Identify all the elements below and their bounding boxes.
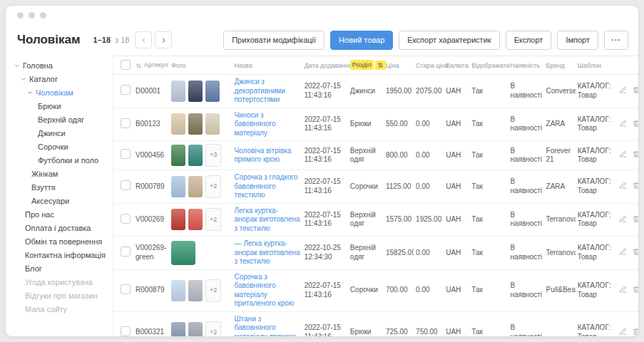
photos-cell: +2 [169,269,232,311]
sidebar-item-3[interactable]: Брюки [6,99,113,113]
sku-cell: D00001 [133,75,169,108]
product-name-link[interactable]: — Легка куртка-анорак виготовлена з текс… [234,239,300,265]
new-product-button[interactable]: Новий товар [330,31,393,50]
edit-button[interactable] [619,327,627,336]
column-header-11[interactable]: Шаблон [576,56,611,75]
more-actions-button[interactable]: ··· [604,31,628,50]
product-name-link[interactable]: Джинси з декоративними потертостями [234,78,285,103]
sidebar-item-2[interactable]: Чоловікам [6,86,113,99]
column-header-7[interactable]: Валюта [444,56,469,75]
edit-button[interactable] [619,214,627,225]
sidebar-item-15[interactable]: Блог [6,261,113,275]
sort-icon[interactable] [136,63,142,69]
column-header-9[interactable]: Наявність [508,56,543,75]
column-header-5[interactable]: Ціна [384,56,414,75]
product-name-link[interactable]: Штани з бавовняного матеріалу прямого кр… [234,315,296,337]
display-cell: Так [469,203,508,237]
edit-button[interactable] [619,150,627,160]
table-row: D00001Джинси з декоративними потертостям… [113,75,638,108]
window-control-dot [29,12,35,19]
edit-button[interactable] [619,119,627,130]
section-cell: Брюки [348,108,384,141]
table-row: R000879+2Сорочка з бавовняного матеріалу… [113,269,638,311]
column-header-10[interactable]: Бренд [544,56,576,75]
column-header-4[interactable]: Розділ [348,56,384,75]
product-name-link[interactable]: Чоловіча вітрівка прямого крою [234,147,291,164]
sidebar-item-label: Чоловікам [36,88,73,97]
column-header-8[interactable]: Відображати [469,56,508,75]
column-header-2[interactable]: Назва [232,56,302,75]
row-actions-cell [611,269,638,311]
currency-cell: UAH [444,75,469,108]
hide-modifications-button[interactable]: Приховати модифікації [223,31,324,50]
availability-cell: В наявності [508,170,543,204]
delete-button[interactable] [633,214,638,225]
delete-button[interactable] [633,285,638,296]
delete-button[interactable] [633,86,638,96]
edit-button[interactable] [619,86,627,96]
section-cell: Сорочки [348,269,384,311]
sidebar-item-label: Угода користувача [25,278,93,286]
product-name-link[interactable]: Чиноси з бавовняного матеріалу [234,111,275,137]
export-characteristics-button[interactable]: Експорт характеристик [399,31,499,50]
delete-button[interactable] [633,119,638,130]
column-header-0[interactable]: Артикул [133,56,169,75]
edit-button[interactable] [619,247,627,258]
sidebar-item-6[interactable]: Сорочки [6,140,113,153]
price-cell: 15825.00 [384,237,414,270]
sidebar-item-7[interactable]: Футболки и поло [6,153,113,167]
sort-icon[interactable] [375,61,386,70]
sidebar-item-17[interactable]: Відгуки про магазин [6,289,113,302]
sidebar-item-0[interactable]: Головна [6,58,113,72]
next-page-button[interactable] [155,31,172,48]
sidebar-item-12[interactable]: Оплата і доставка [6,221,113,234]
sidebar-item-13[interactable]: Обмін та повернення [6,234,113,248]
column-header-3[interactable]: Дата додавання [302,56,348,75]
sidebar-item-10[interactable]: Аксесуари [6,194,113,207]
column-header-1[interactable]: Фото [169,56,232,75]
row-select-cell [113,108,133,141]
sidebar-item-11[interactable]: Про нас [6,207,113,221]
select-all-checkbox[interactable] [121,60,131,70]
product-photo-thumbnail [188,176,203,197]
delete-button[interactable] [633,150,638,160]
import-button[interactable]: Імпорт [557,31,598,50]
row-checkbox[interactable] [121,247,131,256]
sidebar-item-4[interactable]: Верхній одяг [6,113,113,126]
product-name-link[interactable]: Сорочка з бавовняного матеріалу притален… [234,273,294,308]
row-checkbox[interactable] [121,214,131,224]
trash-icon [633,247,638,258]
main-panel: АртикулФотоНазваДата додаванняРозділЦіна… [113,56,638,336]
row-checkbox[interactable] [121,326,131,336]
brand-cell: Terranova [544,237,576,270]
availability-cell: В наявності [508,311,543,336]
name-cell: Сорочка з бавовняного матеріалу притален… [232,269,302,311]
sidebar-item-14[interactable]: Контактна інформація [6,248,113,261]
photos-group: +2 [171,321,230,337]
availability-cell: В наявності [508,203,543,237]
delete-button[interactable] [633,181,638,192]
prev-page-button[interactable] [135,31,152,48]
row-checkbox[interactable] [121,85,131,95]
sidebar-item-5[interactable]: Джинси [6,126,113,140]
product-name-link[interactable]: Сорочка з гладкого бавовняного текстилю [234,173,297,199]
availability-cell: В наявності [508,269,543,311]
sidebar-item-1[interactable]: Каталог [6,72,113,86]
sidebar-item-8[interactable]: Жінкам [6,167,113,180]
row-checkbox[interactable] [121,180,131,190]
row-checkbox[interactable] [121,118,131,128]
edit-button[interactable] [619,285,627,296]
delete-button[interactable] [633,247,638,258]
export-button[interactable]: Експорт [506,31,552,50]
date-cell: 2022-07-1511:43:16 [302,203,348,237]
product-name-link[interactable]: Легка куртка-анорак виготовлена з тексти… [234,207,300,232]
sidebar-item-16[interactable]: Угода користувача [6,275,113,289]
row-checkbox[interactable] [121,284,131,294]
row-checkbox[interactable] [121,149,131,159]
column-header-6[interactable]: Стара ціна [414,56,444,75]
delete-button[interactable] [633,327,638,336]
row-select-cell [113,170,133,204]
sidebar-item-9[interactable]: Взуття [6,180,113,194]
sidebar-item-18[interactable]: Мапа сайту [6,302,113,316]
edit-button[interactable] [619,181,627,192]
